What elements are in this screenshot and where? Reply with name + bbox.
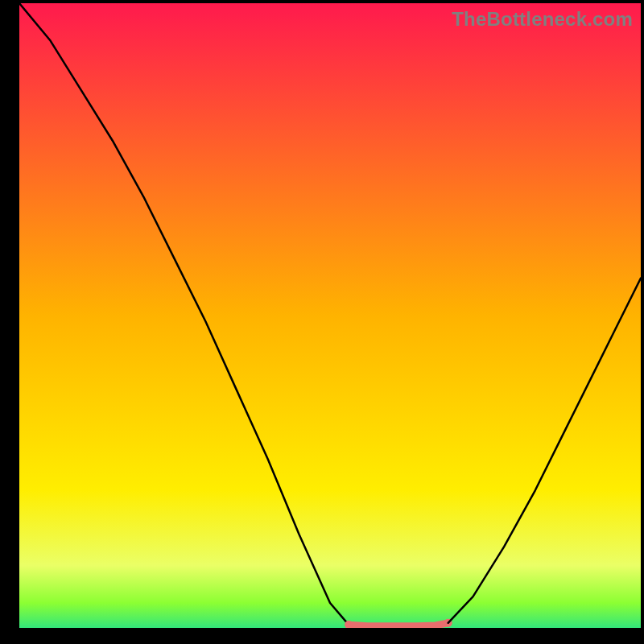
series-flat-minimum bbox=[349, 623, 448, 626]
bottleneck-chart bbox=[19, 3, 641, 628]
chart-frame: TheBottleneck.com bbox=[19, 3, 641, 628]
watermark-text: TheBottleneck.com bbox=[452, 8, 633, 31]
gradient-background bbox=[19, 3, 641, 628]
